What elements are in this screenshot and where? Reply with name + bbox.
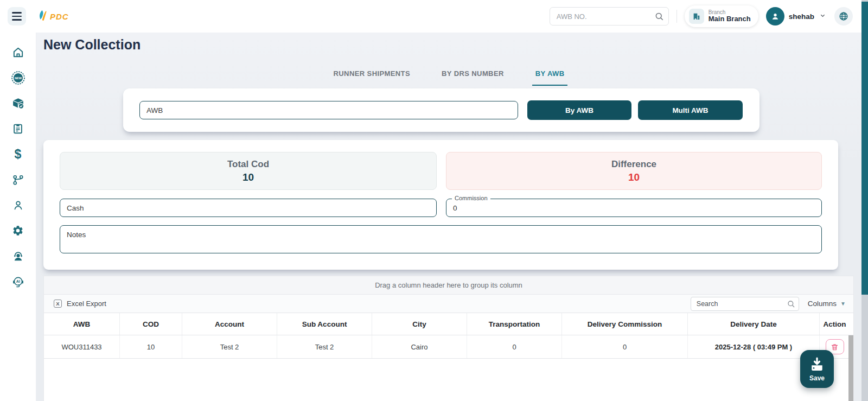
avatar	[766, 7, 784, 26]
tab-runner-shipments[interactable]: RUNNER SHIPMENTS	[330, 64, 413, 86]
grid-scrollbar[interactable]	[848, 335, 853, 401]
chevron-down-icon	[819, 11, 827, 22]
topbar-divider	[676, 10, 677, 23]
page-scrollbar-thumb[interactable]	[861, 2, 868, 295]
branch-name: Main Branch	[709, 15, 751, 23]
awb-input[interactable]	[139, 101, 518, 119]
cell-delivery-commission: 0	[562, 335, 688, 358]
tab-by-drs-number[interactable]: BY DRS NUMBER	[438, 64, 507, 86]
cash-input[interactable]	[60, 199, 437, 217]
total-cod-value: 10	[242, 171, 254, 183]
group-drop-zone[interactable]: Drag a column header here to group its c…	[44, 276, 853, 295]
tab-bar: RUNNER SHIPMENTS BY DRS NUMBER BY AWB	[36, 64, 861, 86]
column-header-sub-account[interactable]: Sub Account	[277, 313, 372, 335]
sidebar-item-finance[interactable]: $	[7, 147, 29, 162]
notes-input[interactable]	[60, 225, 822, 253]
sidebar-item-orders[interactable]	[7, 121, 29, 136]
grid-header-row: AWB COD Account Sub Account City Transpo…	[44, 313, 853, 335]
commission-input[interactable]	[446, 199, 821, 217]
search-icon[interactable]	[654, 11, 664, 23]
grid-search	[691, 297, 799, 311]
pdc-logo: PDC	[38, 10, 69, 23]
sidebar-item-users[interactable]	[7, 198, 29, 213]
support-agent-icon	[12, 250, 24, 263]
awb-no-search-input[interactable]	[550, 7, 669, 26]
commission-field: Commission	[446, 199, 822, 217]
sidebar-item-home[interactable]	[7, 44, 29, 60]
total-cod-panel: Total Cod 10	[60, 152, 437, 190]
app-root: PDC Branch Main Branch	[0, 0, 868, 401]
column-header-cod[interactable]: COD	[120, 313, 182, 335]
cell-account: Test 2	[182, 335, 277, 358]
logo-leaf-icon	[38, 10, 48, 23]
column-header-transportation[interactable]: Transportation	[467, 313, 562, 335]
sidebar-item-ai-assistant[interactable]: AI	[7, 274, 29, 289]
page-scrollbar[interactable]	[861, 0, 868, 401]
page-title: New Collection	[43, 37, 141, 53]
grid-toolbar: X Excel Export Columns ▼	[44, 295, 853, 313]
branch-tree-icon	[12, 174, 24, 186]
column-header-account[interactable]: Account	[182, 313, 277, 335]
svg-text:AI: AI	[16, 279, 20, 284]
sidebar-item-shipments[interactable]	[7, 96, 29, 111]
column-header-delivery-date[interactable]: Delivery Date	[688, 313, 820, 335]
column-header-action[interactable]: Action	[820, 313, 850, 335]
cell-city: Cairo	[372, 335, 467, 358]
collection-form-card: Total Cod 10 Difference 10 Commission	[43, 140, 838, 270]
ai-assistant-icon: AI	[11, 275, 25, 289]
trash-icon	[831, 343, 839, 351]
cell-delivery-date: 2025-12-28 ( 03:49 PM )	[688, 335, 820, 358]
multi-awb-button[interactable]: Multi AWB	[638, 100, 743, 120]
new-badge-icon: NEW	[11, 71, 25, 85]
dollar-icon: $	[15, 148, 22, 161]
topbar: PDC Branch Main Branch	[0, 0, 861, 33]
cell-cod: 10	[120, 335, 182, 358]
user-menu[interactable]: shehab	[766, 7, 827, 26]
commission-label: Commission	[452, 195, 490, 201]
branch-selector[interactable]: Branch Main Branch	[685, 5, 758, 27]
cell-awb: WOU311433	[44, 335, 120, 358]
language-globe-button[interactable]	[834, 7, 853, 26]
excel-export-button[interactable]: X Excel Export	[54, 300, 106, 308]
sidebar: NEW $ AI	[0, 33, 36, 401]
difference-label: Difference	[611, 159, 656, 170]
save-icon	[809, 357, 825, 373]
cell-transportation: 0	[467, 335, 562, 358]
username: shehab	[789, 12, 814, 21]
grid-search-input[interactable]	[691, 297, 799, 311]
by-awb-button[interactable]: By AWB	[527, 100, 631, 120]
grid-search-icon	[787, 300, 795, 310]
tab-by-awb[interactable]: BY AWB	[532, 64, 568, 86]
sidebar-item-new[interactable]: NEW	[7, 70, 29, 85]
person-icon	[12, 199, 24, 212]
shipments-grid: Drag a column header here to group its c…	[43, 276, 854, 401]
hamburger-menu-button[interactable]	[8, 7, 26, 26]
sidebar-item-settings[interactable]	[7, 223, 29, 238]
clipboard-icon	[12, 123, 24, 135]
settings-gear-icon	[12, 225, 24, 237]
columns-chooser-button[interactable]: Columns ▼	[808, 300, 846, 308]
svg-text:NEW: NEW	[14, 76, 22, 79]
topbar-right-group: Branch Main Branch shehab	[550, 5, 853, 27]
table-row: WOU311433 10 Test 2 Test 2 Cairo 0 0 202…	[44, 335, 853, 359]
columns-dropdown-arrow-icon: ▼	[840, 301, 846, 307]
logo-text: PDC	[50, 12, 69, 21]
columns-label: Columns	[808, 300, 837, 308]
globe-icon	[838, 11, 849, 22]
save-button[interactable]: Save	[800, 350, 834, 388]
difference-panel: Difference 10	[446, 152, 822, 190]
total-cod-label: Total Cod	[227, 159, 269, 170]
column-header-delivery-commission[interactable]: Delivery Commission	[562, 313, 688, 335]
sidebar-item-support[interactable]	[7, 249, 29, 264]
save-button-label: Save	[809, 374, 825, 382]
difference-value: 10	[628, 171, 640, 183]
awb-entry-card: By AWB Multi AWB	[123, 88, 760, 132]
sidebar-item-branches[interactable]	[7, 172, 29, 187]
column-header-city[interactable]: City	[372, 313, 467, 335]
cell-sub-account: Test 2	[277, 335, 372, 358]
main-content: New Collection RUNNER SHIPMENTS BY DRS N…	[36, 33, 861, 401]
building-icon	[689, 9, 704, 24]
excel-icon: X	[54, 300, 62, 308]
column-header-awb[interactable]: AWB	[44, 313, 120, 335]
home-icon	[12, 46, 24, 59]
